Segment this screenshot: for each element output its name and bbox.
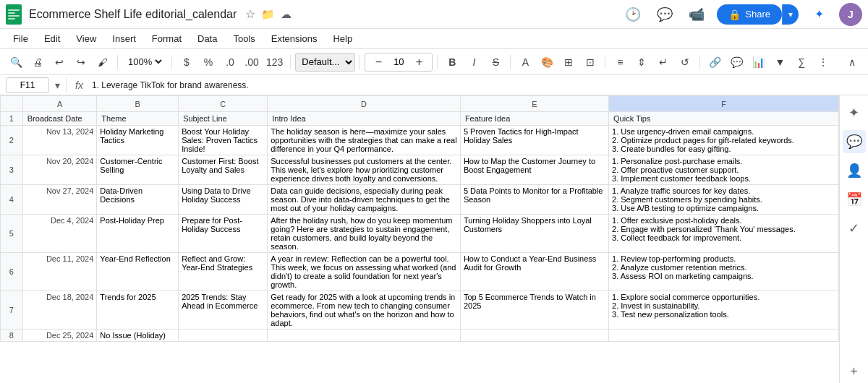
gemini-icon[interactable]: ✦ <box>807 3 830 26</box>
cell-E7[interactable]: Top 5 Ecommerce Trends to Watch in 2025 <box>460 291 608 330</box>
decimal-inc-button[interactable]: .00 <box>242 52 262 72</box>
wrap-button[interactable]: ↵ <box>653 52 673 72</box>
cell-A2[interactable]: Nov 13, 2024 <box>22 126 97 155</box>
cell-E2[interactable]: 5 Proven Tactics for High-Impact Holiday… <box>460 126 608 155</box>
paint-format-button[interactable]: 🖌 <box>93 52 113 72</box>
merge-button[interactable]: ⊡ <box>580 52 600 72</box>
font-size-increase[interactable]: + <box>409 52 429 72</box>
valign-button[interactable]: ⇕ <box>631 52 652 72</box>
functions-button[interactable]: ∑ <box>791 52 812 72</box>
cell-D8[interactable] <box>268 330 461 342</box>
cell-C8[interactable] <box>179 330 268 342</box>
cell-D2[interactable]: The holiday season is here—maximize your… <box>268 126 461 155</box>
cell-D4[interactable]: Data can guide decisions, especially dur… <box>268 185 461 215</box>
cell-D3[interactable]: Successful businesses put customers at t… <box>268 155 461 185</box>
row-num-7[interactable]: 7 <box>1 291 23 330</box>
cell-E5[interactable]: Turning Holiday Shoppers into Loyal Cust… <box>460 215 608 253</box>
cell-C3[interactable]: Customer First: Boost Loyalty and Sales <box>179 155 268 185</box>
side-explore-icon[interactable]: ✦ <box>843 101 866 124</box>
menu-file[interactable]: File <box>6 30 35 47</box>
cell-A5[interactable]: Dec 4, 2024 <box>22 215 97 253</box>
cell-B2[interactable]: Holiday Marketing Tactics <box>97 126 179 155</box>
menu-view[interactable]: View <box>69 30 103 47</box>
filter-button[interactable]: ▼ <box>770 52 790 72</box>
star-icon[interactable]: ☆ <box>245 7 255 21</box>
cell-F6[interactable]: 1. Review top-performing products. 2. An… <box>609 253 839 291</box>
comment-button[interactable]: 💬 <box>726 52 746 72</box>
format-123-button[interactable]: 123 <box>263 52 286 72</box>
row-num-2[interactable]: 2 <box>1 126 23 155</box>
cell-B3[interactable]: Customer-Centric Selling <box>97 155 179 185</box>
app-icon[interactable] <box>6 4 23 25</box>
cell-D5[interactable]: After the holiday rush, how do you keep … <box>268 215 461 253</box>
cell-C7[interactable]: 2025 Trends: Stay Ahead in Ecommerce <box>179 291 268 330</box>
cell-F2[interactable]: 1. Use urgency-driven email campaigns. 2… <box>609 126 839 155</box>
side-tasks-icon[interactable]: ✓ <box>843 217 866 240</box>
cell-ref-input[interactable]: F11 <box>6 77 49 93</box>
percent-button[interactable]: % <box>198 52 218 72</box>
comments-icon[interactable]: 💬 <box>653 3 676 26</box>
row-num-4[interactable]: 4 <box>1 185 23 215</box>
cell-C2[interactable]: Boost Your Holiday Sales: Proven Tactics… <box>179 126 268 155</box>
cell-A8[interactable]: Dec 25, 2024 <box>22 330 97 342</box>
header-intro-idea[interactable]: Intro Idea <box>268 112 461 126</box>
cell-B7[interactable]: Trends for 2025 <box>97 291 179 330</box>
row-num-6[interactable]: 6 <box>1 253 23 291</box>
decimal-dec-button[interactable]: .0 <box>220 52 240 72</box>
cell-B6[interactable]: Year-End Reflection <box>97 253 179 291</box>
menu-format[interactable]: Format <box>145 30 189 47</box>
col-header-A[interactable]: A <box>22 96 97 112</box>
menu-help[interactable]: Help <box>326 30 359 47</box>
side-person-icon[interactable]: 👤 <box>843 159 866 182</box>
currency-button[interactable]: $ <box>176 52 197 72</box>
row-num-8[interactable]: 8 <box>1 330 23 342</box>
menu-edit[interactable]: Edit <box>37 30 67 47</box>
cell-F4[interactable]: 1. Analyze traffic sources for key dates… <box>609 185 839 215</box>
header-theme[interactable]: Theme <box>97 112 179 126</box>
cell-F3[interactable]: 1. Personalize post-purchase emails. 2. … <box>609 155 839 185</box>
cell-F5[interactable]: 1. Offer exclusive post-holiday deals. 2… <box>609 215 839 253</box>
borders-button[interactable]: ⊞ <box>558 52 579 72</box>
document-title[interactable]: Ecommerce Shelf Life editorial_calendar <box>29 8 237 21</box>
cell-C5[interactable]: Prepare for Post-Holiday Success <box>179 215 268 253</box>
history-icon[interactable]: 🕑 <box>621 3 644 26</box>
zoom-select[interactable]: 100% <box>125 56 164 68</box>
search-button[interactable]: 🔍 <box>6 52 26 72</box>
cloud-icon[interactable]: ☁ <box>281 8 292 21</box>
bold-button[interactable]: B <box>442 52 462 72</box>
col-header-C[interactable]: C <box>179 96 268 112</box>
share-button[interactable]: 🔒 Share <box>717 4 782 25</box>
cell-E4[interactable]: 5 Data Points to Monitor for a Profitabl… <box>460 185 608 215</box>
side-add-icon[interactable]: + <box>843 360 866 383</box>
undo-button[interactable]: ↩ <box>49 52 69 72</box>
row-num-3[interactable]: 3 <box>1 155 23 185</box>
cell-B5[interactable]: Post-Holiday Prep <box>97 215 179 253</box>
chart-button[interactable]: 📊 <box>748 52 768 72</box>
italic-button[interactable]: I <box>464 52 484 72</box>
cell-A3[interactable]: Nov 20, 2024 <box>22 155 97 185</box>
col-header-F[interactable]: F <box>609 96 839 112</box>
strikethrough-button[interactable]: S <box>485 52 506 72</box>
redo-button[interactable]: ↪ <box>71 52 91 72</box>
avatar[interactable]: J <box>839 3 862 26</box>
menu-data[interactable]: Data <box>190 30 224 47</box>
side-chat-icon[interactable]: 💬 <box>843 130 866 153</box>
font-size-decrease[interactable]: − <box>368 52 388 72</box>
cell-B8[interactable]: No Issue (Holiday) <box>97 330 179 342</box>
fill-color-button[interactable]: 🎨 <box>537 52 557 72</box>
cell-D6[interactable]: A year in review: Reflection can be a po… <box>268 253 461 291</box>
cell-F7[interactable]: 1. Explore social commerce opportunities… <box>609 291 839 330</box>
rotate-button[interactable]: ↺ <box>675 52 695 72</box>
cell-C4[interactable]: Using Data to Drive Holiday Success <box>179 185 268 215</box>
folder-icon[interactable]: 📁 <box>261 8 275 21</box>
col-header-B[interactable]: B <box>97 96 179 112</box>
header-broadcast-date[interactable]: Broadcast Date <box>22 112 97 126</box>
cell-E8[interactable] <box>460 330 608 342</box>
cell-A7[interactable]: Dec 18, 2024 <box>22 291 97 330</box>
font-size-input[interactable] <box>388 56 409 67</box>
share-dropdown-button[interactable]: ▾ <box>782 4 799 25</box>
row-num-5[interactable]: 5 <box>1 215 23 253</box>
cell-E3[interactable]: How to Map the Customer Journey to Boost… <box>460 155 608 185</box>
menu-tools[interactable]: Tools <box>226 30 262 47</box>
header-feature-idea[interactable]: Feature Idea <box>460 112 608 126</box>
